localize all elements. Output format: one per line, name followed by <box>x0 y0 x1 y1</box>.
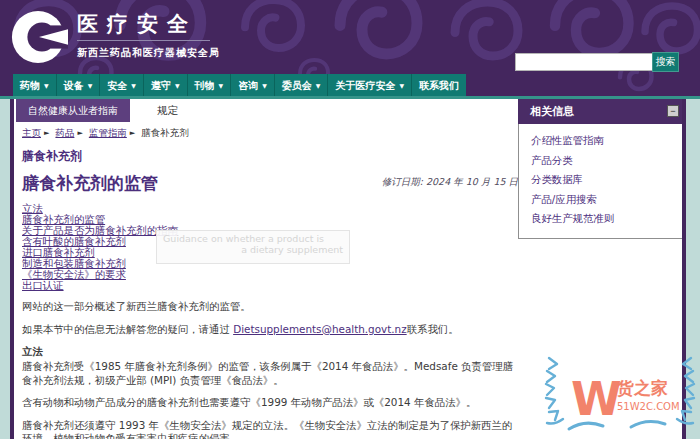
nav-item-consultations[interactable]: 咨询▼ <box>231 74 275 97</box>
breadcrumb-separator: ► <box>130 129 135 137</box>
toc-link-export[interactable]: 出口认证 <box>22 280 518 291</box>
left-frame-line <box>10 97 14 439</box>
legislation-heading: 立法 <box>22 345 518 359</box>
breadcrumb-guidance[interactable]: 监管指南 <box>89 127 127 138</box>
title-underline <box>77 40 210 41</box>
legislation-paragraph-2: 含有动物和动物产品成分的膳食补充剂也需要遵守《1999 年动物产品法》或《201… <box>22 396 518 410</box>
site-subtitle: 新西兰药品和医疗器械安全局 <box>77 46 220 60</box>
main-nav: 药物▼ 设备▼ 安全▼ 遵守▼ 刊物▼ 咨询▼ 委员会▼ 关于医疗安全▼ 联系我… <box>13 74 466 97</box>
breadcrumb-separator: ► <box>77 129 82 137</box>
email-link[interactable]: Dietsupplements@health.govt.nz <box>233 323 407 335</box>
sidebar-link-product-classification[interactable]: 产品分类 <box>531 151 677 171</box>
legislation-paragraph-3: 膳食补充剂还须遵守 1993 年《生物安全法》规定的立法。《生物安全法》立法的制… <box>22 419 518 439</box>
search-button[interactable]: 搜索 <box>652 52 679 72</box>
chevron-down-icon: ▼ <box>399 82 404 89</box>
intro-paragraph: 网站的这一部分概述了新西兰膳食补充剂的监管。 <box>22 300 518 314</box>
breadcrumb-current: 膳食补充剂 <box>141 127 189 138</box>
breadcrumb-separator: ► <box>44 129 49 137</box>
sidebar-link-product-search[interactable]: 产品/应用搜索 <box>531 190 677 210</box>
related-info-header: 相关信息 − <box>518 99 684 124</box>
nav-item-contact[interactable]: 联系我们 <box>412 74 466 97</box>
subnav-item-regulations[interactable]: 规定 <box>157 99 178 122</box>
tooltip-line1: Guidance on whether a product is <box>163 233 343 244</box>
related-info-title: 相关信息 <box>530 105 574 118</box>
subnav-item-natural-health[interactable]: 自然健康从业者指南 <box>16 99 130 122</box>
translation-tooltip: Guidance on whether a product is a dieta… <box>156 230 350 264</box>
nav-item-devices[interactable]: 设备▼ <box>57 74 101 97</box>
breadcrumb-medicines[interactable]: 药品 <box>55 127 74 138</box>
nav-item-medicines[interactable]: 药物▼ <box>13 74 57 97</box>
related-info-box: 相关信息 − 介绍性监管指南 产品分类 分类数据库 产品/应用搜索 良好生产规范… <box>518 99 684 239</box>
chevron-down-icon: ▼ <box>175 82 180 89</box>
section-label: 膳食补充剂 <box>22 148 518 165</box>
tooltip-line2: a dietary supplement <box>163 244 343 255</box>
site-title: 医疗安全 <box>77 10 197 38</box>
search-input[interactable] <box>515 53 653 71</box>
breadcrumb-home[interactable]: 主页 <box>22 127 41 138</box>
medsafe-logo-icon[interactable] <box>10 8 68 66</box>
nav-item-about[interactable]: 关于医疗安全▼ <box>328 74 412 97</box>
main-content: 主页► 药品► 监管指南► 膳食补充剂 膳食补充剂 膳食补充剂的监管 修订日期:… <box>14 127 518 439</box>
page: 医疗安全 新西兰药品和医疗器械安全局 搜索 药物▼ 设备▼ 安全▼ 遵守▼ 刊物… <box>0 0 700 439</box>
nav-item-committees[interactable]: 委员会▼ <box>275 74 329 97</box>
toc-link-biosecurity[interactable]: 《生物安全法》的要求 <box>22 269 518 280</box>
nav-item-publications[interactable]: 刊物▼ <box>188 74 232 97</box>
chevron-down-icon: ▼ <box>316 82 321 89</box>
related-info-links: 介绍性监管指南 产品分类 分类数据库 产品/应用搜索 良好生产规范准则 <box>518 124 684 239</box>
chevron-down-icon: ▼ <box>131 82 136 89</box>
watermark-letter: W <box>571 372 622 426</box>
chevron-down-icon: ▼ <box>262 82 267 89</box>
nav-item-compliance[interactable]: 遵守▼ <box>144 74 188 97</box>
sidebar-link-classification-database[interactable]: 分类数据库 <box>531 170 677 190</box>
revision-date: 修订日期: 2024 年 10 月 15 日 <box>382 176 518 189</box>
sidebar-link-gmp-guidelines[interactable]: 良好生产规范准则 <box>531 209 677 229</box>
contact-paragraph: 如果本节中的信息无法解答您的疑问，请通过 Dietsupplements@hea… <box>22 323 518 337</box>
nav-bottom-rule <box>0 96 700 99</box>
legislation-paragraph-1: 膳食补充剂受《1985 年膳食补充剂条例》的监管，该条例属于《2014 年食品法… <box>22 360 518 387</box>
collapse-box-button[interactable]: − <box>667 105 679 117</box>
chevron-down-icon: ▼ <box>44 82 49 89</box>
nav-item-safety[interactable]: 安全▼ <box>100 74 144 97</box>
chevron-down-icon: ▼ <box>88 82 93 89</box>
watermark-logo: W 货之家 51W2C.COM <box>543 356 697 439</box>
breadcrumb: 主页► 药品► 监管指南► 膳食补充剂 <box>22 127 518 140</box>
watermark-domain: 51W2C.COM <box>617 401 680 412</box>
watermark-name: 货之家 <box>616 378 668 398</box>
chevron-down-icon: ▼ <box>219 82 224 89</box>
sidebar-link-intro-guidance[interactable]: 介绍性监管指南 <box>531 131 677 151</box>
title-row: 膳食补充剂的监管 修订日期: 2024 年 10 月 15 日 <box>22 172 518 194</box>
